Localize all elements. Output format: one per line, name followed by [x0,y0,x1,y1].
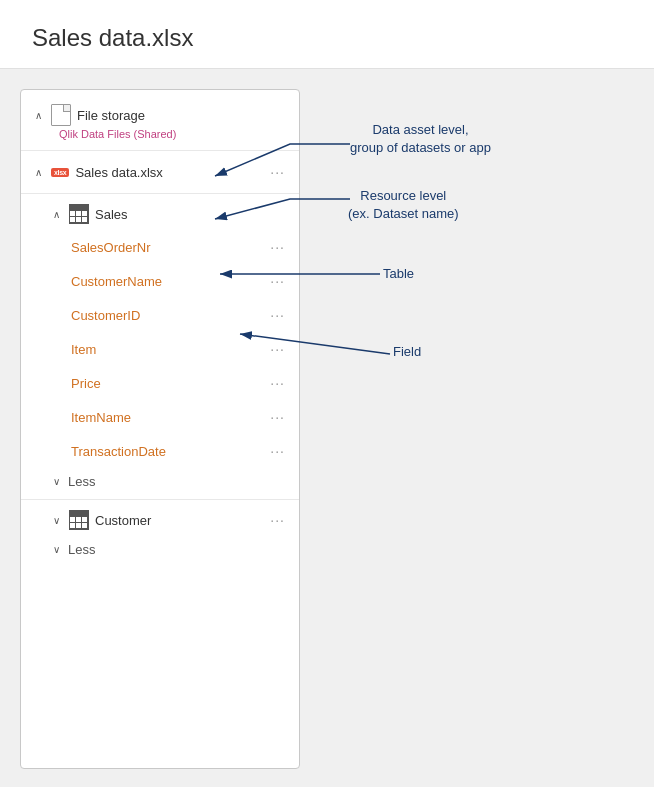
customer-table-icon [69,510,89,530]
field-label-item: Item [71,342,260,357]
chevron-up-3-icon[interactable]: ∧ [49,209,63,220]
field-label-transactiondate: TransactionDate [71,444,260,459]
field-row-transactiondate[interactable]: TransactionDate ··· [21,434,299,468]
table-icon [69,204,89,224]
field-row-price[interactable]: Price ··· [21,366,299,400]
page: Sales data.xlsx ∧ File storage Qlik Data… [0,0,654,787]
field-menu-transactiondate-icon[interactable]: ··· [266,441,289,461]
field-menu-itemname-icon[interactable]: ··· [266,407,289,427]
annotation-data-asset: Data asset level,group of datasets or ap… [350,121,491,157]
field-menu-item-icon[interactable]: ··· [266,339,289,359]
chevron-down-less2-icon[interactable]: ∨ [49,544,63,555]
annotation-data-asset-text: Data asset level,group of datasets or ap… [350,122,491,155]
annotation-field: Field [393,343,421,361]
field-row-itemname[interactable]: ItemName ··· [21,400,299,434]
xlsx-badge: xlsx [51,168,69,177]
file-storage-subtitle: Qlik Data Files (Shared) [21,128,299,146]
annotation-resource-text: Resource level(ex. Dataset name) [348,188,459,221]
file-storage-row[interactable]: ∧ File storage [21,98,299,128]
field-menu-customername-icon[interactable]: ··· [266,271,289,291]
field-label-itemname: ItemName [71,410,260,425]
field-row-item[interactable]: Item ··· [21,332,299,366]
divider-1 [21,150,299,151]
annotation-field-text: Field [393,344,421,359]
page-title: Sales data.xlsx [32,24,622,52]
less-row-1[interactable]: ∨ Less [21,468,299,495]
less-label-1: Less [68,474,95,489]
table-icon-cell [82,217,88,223]
annotation-table-text: Table [383,266,414,281]
annotation-table: Table [383,265,414,283]
field-row-salesordernr[interactable]: SalesOrderNr ··· [21,230,299,264]
field-menu-price-icon[interactable]: ··· [266,373,289,393]
chevron-up-2-icon[interactable]: ∧ [31,167,45,178]
field-row-customername[interactable]: CustomerName ··· [21,264,299,298]
chevron-down-customer-icon[interactable]: ∨ [49,515,63,526]
customer-table-row[interactable]: ∨ Customer ··· [21,504,299,536]
divider-3 [21,499,299,500]
field-label-customerid: CustomerID [71,308,260,323]
field-menu-salesordernr-icon[interactable]: ··· [266,237,289,257]
customer-table-menu-icon[interactable]: ··· [266,510,289,530]
sales-file-menu-icon[interactable]: ··· [266,162,289,182]
less-label-2: Less [68,542,95,557]
tree-panel: ∧ File storage Qlik Data Files (Shared) … [20,89,300,769]
sales-file-label: Sales data.xlsx [75,165,260,180]
field-label-price: Price [71,376,260,391]
less-row-2[interactable]: ∨ Less [21,536,299,563]
file-storage-icon [51,104,71,126]
field-row-customerid[interactable]: CustomerID ··· [21,298,299,332]
file-storage-label: File storage [77,108,289,123]
field-menu-customerid-icon[interactable]: ··· [266,305,289,325]
chevron-up-icon[interactable]: ∧ [31,110,45,121]
customer-table-label: Customer [95,513,260,528]
chevron-down-less1-icon[interactable]: ∨ [49,476,63,487]
header: Sales data.xlsx [0,0,654,69]
field-label-customername: CustomerName [71,274,260,289]
annotation-resource: Resource level(ex. Dataset name) [348,187,459,223]
sales-table-label: Sales [95,207,289,222]
sales-table-row[interactable]: ∧ Sales [21,198,299,230]
divider-2 [21,193,299,194]
field-label-salesordernr: SalesOrderNr [71,240,260,255]
sales-file-row[interactable]: ∧ xlsx Sales data.xlsx ··· [21,155,299,189]
ti-cell [82,523,88,529]
content-area: ∧ File storage Qlik Data Files (Shared) … [0,69,654,787]
